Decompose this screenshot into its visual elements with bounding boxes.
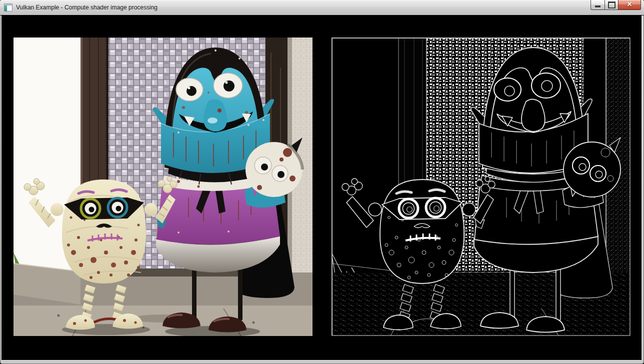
close-icon: ✕ — [627, 1, 632, 8]
edge-detected-scene — [332, 38, 630, 336]
window-title: Vulkan Example - Compute shader image pr… — [16, 4, 158, 11]
window-controls: ✕ — [591, 0, 641, 10]
vulkan-example-window: Vulkan Example - Compute shader image pr… — [0, 0, 644, 364]
maximize-button[interactable] — [604, 0, 618, 10]
photo-scene — [14, 38, 312, 336]
minimize-button[interactable] — [590, 0, 605, 10]
maximize-icon — [608, 2, 616, 8]
compute-output-image — [332, 38, 630, 336]
minimize-icon — [595, 6, 600, 8]
close-button[interactable]: ✕ — [618, 0, 641, 10]
render-client-area — [2, 15, 642, 360]
application-window-icon — [4, 4, 12, 12]
original-image — [14, 38, 312, 336]
titlebar[interactable]: Vulkan Example - Compute shader image pr… — [0, 0, 644, 16]
titlebar-left: Vulkan Example - Compute shader image pr… — [4, 0, 158, 15]
